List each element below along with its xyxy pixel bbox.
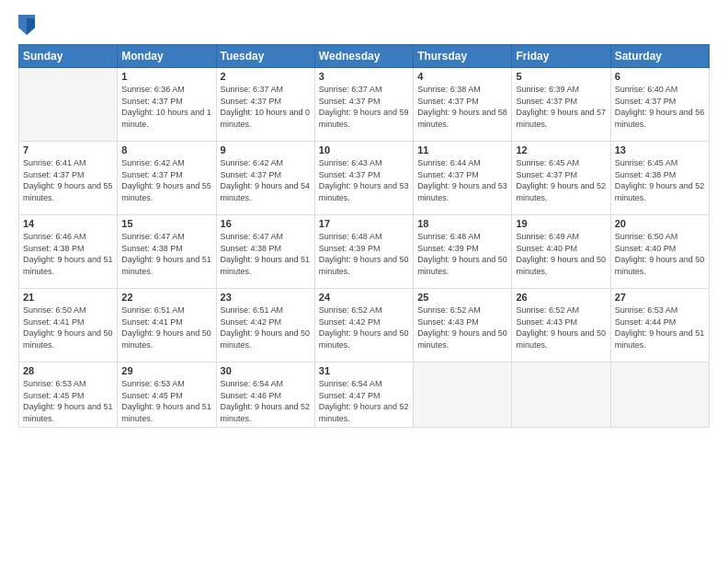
day-number: 26 bbox=[516, 292, 606, 303]
day-cell-20: 20Sunrise: 6:50 AMSunset: 4:40 PMDayligh… bbox=[610, 215, 709, 289]
day-cell-18: 18Sunrise: 6:48 AMSunset: 4:39 PMDayligh… bbox=[414, 215, 512, 289]
day-info: Sunrise: 6:47 AMSunset: 4:38 PMDaylight:… bbox=[221, 231, 311, 277]
day-number: 1 bbox=[121, 71, 211, 82]
empty-cell bbox=[512, 362, 610, 428]
day-cell-7: 7Sunrise: 6:41 AMSunset: 4:37 PMDaylight… bbox=[19, 142, 118, 215]
day-info: Sunrise: 6:54 AMSunset: 4:46 PMDaylight:… bbox=[221, 378, 311, 424]
day-info: Sunrise: 6:51 AMSunset: 4:42 PMDaylight:… bbox=[221, 304, 311, 350]
day-cell-28: 28Sunrise: 6:53 AMSunset: 4:45 PMDayligh… bbox=[19, 362, 118, 428]
svg-marker-1 bbox=[27, 18, 35, 35]
day-info: Sunrise: 6:45 AMSunset: 4:38 PMDaylight:… bbox=[615, 157, 705, 203]
day-info: Sunrise: 6:53 AMSunset: 4:45 PMDaylight:… bbox=[23, 378, 113, 424]
day-cell-29: 29Sunrise: 6:53 AMSunset: 4:45 PMDayligh… bbox=[118, 362, 216, 428]
day-number: 17 bbox=[319, 218, 409, 229]
day-info: Sunrise: 6:49 AMSunset: 4:40 PMDaylight:… bbox=[516, 231, 606, 277]
day-number: 10 bbox=[319, 144, 409, 155]
day-cell-6: 6Sunrise: 6:40 AMSunset: 4:37 PMDaylight… bbox=[610, 68, 709, 142]
week-row-2: 7Sunrise: 6:41 AMSunset: 4:37 PMDaylight… bbox=[19, 142, 710, 215]
day-info: Sunrise: 6:42 AMSunset: 4:37 PMDaylight:… bbox=[221, 157, 311, 203]
header bbox=[18, 15, 710, 35]
day-number: 14 bbox=[23, 218, 113, 229]
day-info: Sunrise: 6:50 AMSunset: 4:40 PMDaylight:… bbox=[615, 231, 705, 277]
day-number: 25 bbox=[417, 292, 507, 303]
day-number: 7 bbox=[23, 144, 113, 155]
weekday-saturday: Saturday bbox=[610, 45, 709, 68]
day-cell-5: 5Sunrise: 6:39 AMSunset: 4:37 PMDaylight… bbox=[512, 68, 610, 142]
week-row-5: 28Sunrise: 6:53 AMSunset: 4:45 PMDayligh… bbox=[19, 362, 710, 428]
day-cell-14: 14Sunrise: 6:46 AMSunset: 4:38 PMDayligh… bbox=[19, 215, 118, 289]
empty-cell bbox=[19, 68, 118, 142]
day-number: 5 bbox=[516, 71, 606, 82]
day-info: Sunrise: 6:41 AMSunset: 4:37 PMDaylight:… bbox=[23, 157, 113, 203]
day-info: Sunrise: 6:46 AMSunset: 4:38 PMDaylight:… bbox=[23, 231, 113, 277]
day-info: Sunrise: 6:38 AMSunset: 4:37 PMDaylight:… bbox=[417, 84, 507, 130]
logo-icon bbox=[18, 15, 35, 35]
week-row-4: 21Sunrise: 6:50 AMSunset: 4:41 PMDayligh… bbox=[19, 289, 710, 362]
weekday-header-row: SundayMondayTuesdayWednesdayThursdayFrid… bbox=[19, 45, 710, 68]
day-number: 23 bbox=[221, 292, 311, 303]
day-info: Sunrise: 6:45 AMSunset: 4:37 PMDaylight:… bbox=[516, 157, 606, 203]
day-info: Sunrise: 6:53 AMSunset: 4:45 PMDaylight:… bbox=[121, 378, 211, 424]
week-row-1: 1Sunrise: 6:36 AMSunset: 4:37 PMDaylight… bbox=[19, 68, 710, 142]
day-number: 31 bbox=[319, 365, 409, 376]
day-cell-26: 26Sunrise: 6:52 AMSunset: 4:43 PMDayligh… bbox=[512, 289, 610, 362]
weekday-wednesday: Wednesday bbox=[314, 45, 413, 68]
day-cell-10: 10Sunrise: 6:43 AMSunset: 4:37 PMDayligh… bbox=[314, 142, 413, 215]
week-row-3: 14Sunrise: 6:46 AMSunset: 4:38 PMDayligh… bbox=[19, 215, 710, 289]
weekday-monday: Monday bbox=[118, 45, 216, 68]
day-cell-11: 11Sunrise: 6:44 AMSunset: 4:37 PMDayligh… bbox=[414, 142, 512, 215]
day-info: Sunrise: 6:50 AMSunset: 4:41 PMDaylight:… bbox=[23, 304, 113, 350]
day-info: Sunrise: 6:43 AMSunset: 4:37 PMDaylight:… bbox=[319, 157, 409, 203]
day-cell-8: 8Sunrise: 6:42 AMSunset: 4:37 PMDaylight… bbox=[118, 142, 216, 215]
day-cell-25: 25Sunrise: 6:52 AMSunset: 4:43 PMDayligh… bbox=[414, 289, 512, 362]
day-number: 30 bbox=[221, 365, 311, 376]
weekday-tuesday: Tuesday bbox=[216, 45, 314, 68]
day-info: Sunrise: 6:39 AMSunset: 4:37 PMDaylight:… bbox=[516, 84, 606, 130]
day-info: Sunrise: 6:53 AMSunset: 4:44 PMDaylight:… bbox=[615, 304, 705, 350]
weekday-sunday: Sunday bbox=[19, 45, 118, 68]
day-cell-12: 12Sunrise: 6:45 AMSunset: 4:37 PMDayligh… bbox=[512, 142, 610, 215]
day-number: 9 bbox=[221, 144, 311, 155]
day-info: Sunrise: 6:52 AMSunset: 4:42 PMDaylight:… bbox=[319, 304, 409, 350]
day-number: 28 bbox=[23, 365, 113, 376]
day-cell-16: 16Sunrise: 6:47 AMSunset: 4:38 PMDayligh… bbox=[216, 215, 314, 289]
day-number: 11 bbox=[417, 144, 507, 155]
day-info: Sunrise: 6:40 AMSunset: 4:37 PMDaylight:… bbox=[615, 84, 705, 130]
day-number: 21 bbox=[23, 292, 113, 303]
day-info: Sunrise: 6:36 AMSunset: 4:37 PMDaylight:… bbox=[121, 84, 211, 130]
day-number: 22 bbox=[121, 292, 211, 303]
day-number: 15 bbox=[121, 218, 211, 229]
day-cell-4: 4Sunrise: 6:38 AMSunset: 4:37 PMDaylight… bbox=[414, 68, 512, 142]
calendar: SundayMondayTuesdayWednesdayThursdayFrid… bbox=[18, 44, 710, 428]
weekday-friday: Friday bbox=[512, 45, 610, 68]
day-cell-13: 13Sunrise: 6:45 AMSunset: 4:38 PMDayligh… bbox=[610, 142, 709, 215]
day-number: 3 bbox=[319, 71, 409, 82]
empty-cell bbox=[414, 362, 512, 428]
day-number: 18 bbox=[417, 218, 507, 229]
day-info: Sunrise: 6:48 AMSunset: 4:39 PMDaylight:… bbox=[319, 231, 409, 277]
day-cell-31: 31Sunrise: 6:54 AMSunset: 4:47 PMDayligh… bbox=[314, 362, 413, 428]
day-number: 16 bbox=[221, 218, 311, 229]
day-number: 29 bbox=[121, 365, 211, 376]
day-info: Sunrise: 6:42 AMSunset: 4:37 PMDaylight:… bbox=[121, 157, 211, 203]
day-cell-1: 1Sunrise: 6:36 AMSunset: 4:37 PMDaylight… bbox=[118, 68, 216, 142]
day-cell-3: 3Sunrise: 6:37 AMSunset: 4:37 PMDaylight… bbox=[314, 68, 413, 142]
day-info: Sunrise: 6:37 AMSunset: 4:37 PMDaylight:… bbox=[221, 84, 311, 130]
day-info: Sunrise: 6:37 AMSunset: 4:37 PMDaylight:… bbox=[319, 84, 409, 130]
day-number: 19 bbox=[516, 218, 606, 229]
empty-cell bbox=[610, 362, 709, 428]
page: SundayMondayTuesdayWednesdayThursdayFrid… bbox=[0, 0, 728, 563]
day-cell-30: 30Sunrise: 6:54 AMSunset: 4:46 PMDayligh… bbox=[216, 362, 314, 428]
day-cell-9: 9Sunrise: 6:42 AMSunset: 4:37 PMDaylight… bbox=[216, 142, 314, 215]
day-info: Sunrise: 6:44 AMSunset: 4:37 PMDaylight:… bbox=[417, 157, 507, 203]
day-number: 4 bbox=[417, 71, 507, 82]
logo bbox=[18, 15, 39, 35]
day-info: Sunrise: 6:51 AMSunset: 4:41 PMDaylight:… bbox=[121, 304, 211, 350]
day-info: Sunrise: 6:52 AMSunset: 4:43 PMDaylight:… bbox=[417, 304, 507, 350]
day-info: Sunrise: 6:52 AMSunset: 4:43 PMDaylight:… bbox=[516, 304, 606, 350]
day-cell-19: 19Sunrise: 6:49 AMSunset: 4:40 PMDayligh… bbox=[512, 215, 610, 289]
day-cell-17: 17Sunrise: 6:48 AMSunset: 4:39 PMDayligh… bbox=[314, 215, 413, 289]
day-cell-22: 22Sunrise: 6:51 AMSunset: 4:41 PMDayligh… bbox=[118, 289, 216, 362]
weekday-thursday: Thursday bbox=[414, 45, 512, 68]
day-info: Sunrise: 6:54 AMSunset: 4:47 PMDaylight:… bbox=[319, 378, 409, 424]
